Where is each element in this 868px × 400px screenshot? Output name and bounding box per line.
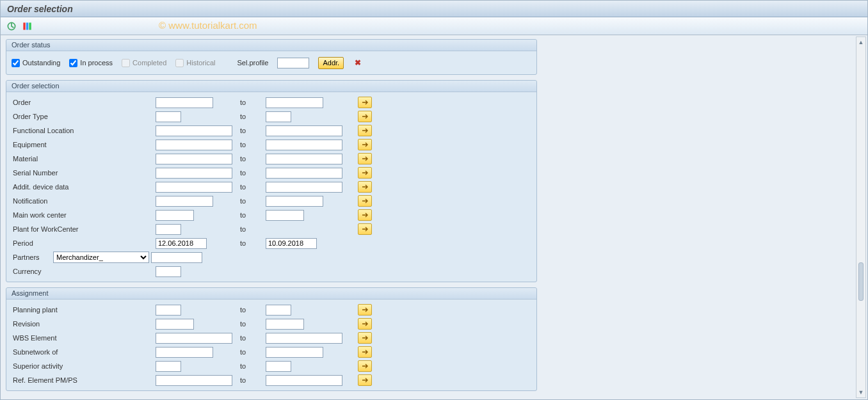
from-input[interactable] bbox=[156, 140, 232, 150]
to-input[interactable] bbox=[266, 168, 342, 179]
from-input[interactable] bbox=[156, 196, 213, 207]
field-label: Addit. device data bbox=[12, 183, 156, 191]
selection-row: Materialto bbox=[12, 152, 531, 166]
scroll-up-icon[interactable]: ▲ bbox=[856, 37, 865, 47]
from-input[interactable] bbox=[156, 333, 232, 344]
partners-dropdown[interactable]: Merchandizer_ bbox=[53, 252, 149, 263]
outstanding-checkbox-wrap[interactable]: Outstanding bbox=[12, 59, 60, 67]
from-input[interactable] bbox=[156, 125, 232, 136]
inprocess-checkbox-wrap[interactable]: In process bbox=[69, 59, 113, 67]
multiple-selection-button[interactable] bbox=[358, 125, 372, 136]
field-label: Notification bbox=[12, 197, 156, 205]
to-input[interactable] bbox=[266, 305, 291, 316]
order-selection-group: Order selection OrdertoOrder TypetoFunct… bbox=[6, 80, 537, 282]
to-input[interactable] bbox=[266, 210, 304, 221]
to-input[interactable] bbox=[266, 333, 342, 344]
addr-button[interactable]: Addr. bbox=[318, 57, 344, 69]
execute-icon[interactable] bbox=[6, 20, 17, 32]
multiple-selection-button[interactable] bbox=[358, 111, 372, 122]
partners-row: PartnersMerchandizer_ bbox=[12, 250, 531, 264]
field-label: Order bbox=[12, 99, 156, 106]
multiple-selection-button[interactable] bbox=[358, 97, 372, 108]
from-input[interactable] bbox=[156, 347, 213, 358]
multiple-selection-button[interactable] bbox=[358, 223, 372, 235]
to-input[interactable] bbox=[266, 111, 291, 122]
to-label: to bbox=[240, 376, 266, 384]
to-label: to bbox=[240, 225, 266, 233]
to-input[interactable] bbox=[266, 140, 342, 150]
to-label: to bbox=[240, 362, 266, 370]
from-input[interactable] bbox=[156, 182, 232, 193]
selection-row: Equipmentto bbox=[12, 138, 531, 152]
to-label: to bbox=[240, 197, 266, 205]
multiple-selection-button[interactable] bbox=[358, 346, 372, 358]
to-input[interactable] bbox=[266, 125, 342, 136]
outstanding-checkbox[interactable] bbox=[12, 59, 20, 67]
field-label: Order Type bbox=[12, 113, 156, 120]
to-input[interactable] bbox=[266, 154, 342, 164]
selection-row: Planning plantto bbox=[12, 303, 531, 317]
from-input[interactable] bbox=[156, 361, 181, 372]
completed-checkbox-wrap: Completed bbox=[122, 59, 166, 67]
selection-row: Main work centerto bbox=[12, 208, 531, 222]
from-input[interactable] bbox=[156, 168, 232, 179]
multiple-selection-button[interactable] bbox=[358, 374, 372, 386]
multiple-selection-button[interactable] bbox=[358, 139, 372, 150]
to-label: to bbox=[240, 320, 266, 328]
to-label: to bbox=[240, 155, 266, 163]
from-input[interactable] bbox=[156, 210, 194, 221]
to-input[interactable] bbox=[266, 97, 323, 108]
to-input[interactable] bbox=[266, 182, 342, 193]
to-input[interactable] bbox=[266, 361, 291, 372]
sap-window: Order selection © www.tutorialkart.com O… bbox=[0, 0, 868, 400]
to-input[interactable] bbox=[266, 347, 323, 358]
to-input[interactable] bbox=[266, 196, 323, 207]
svg-rect-1 bbox=[23, 22, 25, 29]
scroll-down-icon[interactable]: ▼ bbox=[856, 387, 865, 397]
multiple-selection-button[interactable] bbox=[358, 360, 372, 372]
from-input[interactable] bbox=[156, 154, 232, 164]
vertical-scrollbar[interactable]: ▲ ▼ bbox=[856, 36, 866, 398]
from-input[interactable] bbox=[156, 97, 213, 108]
multiple-selection-button[interactable] bbox=[358, 153, 372, 164]
from-input[interactable] bbox=[156, 319, 194, 330]
to-input[interactable] bbox=[266, 375, 342, 386]
from-input[interactable] bbox=[156, 111, 181, 122]
svg-rect-2 bbox=[26, 22, 28, 29]
historical-checkbox bbox=[175, 59, 184, 67]
multiple-selection-button[interactable] bbox=[358, 209, 372, 221]
currency-input[interactable] bbox=[156, 266, 181, 277]
sel-profile-input[interactable] bbox=[277, 58, 309, 68]
to-label: to bbox=[240, 141, 266, 148]
multiple-selection-button[interactable] bbox=[358, 304, 372, 316]
multiple-selection-button[interactable] bbox=[358, 195, 372, 207]
selection-row: Notificationto bbox=[12, 194, 531, 208]
delete-icon[interactable]: ✖ bbox=[353, 58, 363, 67]
sel-profile-label: Sel.profile bbox=[237, 59, 269, 67]
variant-icon[interactable] bbox=[21, 20, 33, 32]
from-input[interactable] bbox=[156, 238, 207, 249]
field-label: WBS Element bbox=[12, 334, 156, 342]
field-label: Superior activity bbox=[12, 362, 156, 370]
inprocess-checkbox[interactable] bbox=[69, 59, 77, 67]
to-input[interactable] bbox=[266, 238, 317, 249]
field-label: Main work center bbox=[12, 211, 156, 219]
from-input[interactable] bbox=[156, 375, 232, 386]
to-label: to bbox=[240, 127, 266, 134]
multiple-selection-button[interactable] bbox=[358, 181, 372, 193]
selection-row: Serial Numberto bbox=[12, 166, 531, 180]
multiple-selection-button[interactable] bbox=[358, 167, 372, 179]
outstanding-label: Outstanding bbox=[22, 59, 60, 67]
selection-row: WBS Elementto bbox=[12, 331, 531, 345]
selection-row: Addit. device datato bbox=[12, 180, 531, 194]
scroll-thumb[interactable] bbox=[858, 262, 864, 301]
field-label: Revision bbox=[12, 320, 156, 328]
historical-checkbox-wrap: Historical bbox=[175, 59, 215, 67]
multiple-selection-button[interactable] bbox=[358, 318, 372, 330]
partners-input[interactable] bbox=[151, 252, 202, 263]
partners-label: Partners bbox=[12, 253, 53, 261]
to-input[interactable] bbox=[266, 319, 304, 330]
from-input[interactable] bbox=[156, 224, 181, 235]
from-input[interactable] bbox=[156, 305, 181, 316]
multiple-selection-button[interactable] bbox=[358, 332, 372, 344]
